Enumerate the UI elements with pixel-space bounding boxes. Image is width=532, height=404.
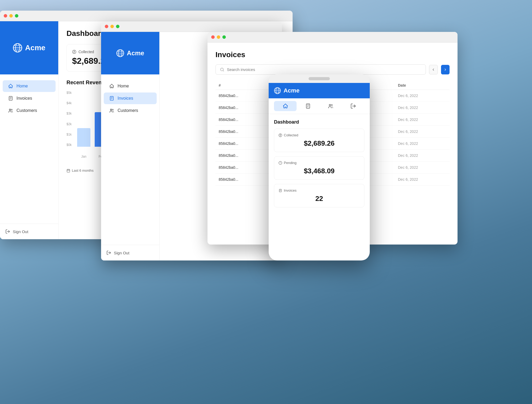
logo-1: Acme [0,21,58,74]
titlebar-3 [207,32,458,43]
maximize-dot-2[interactable] [116,25,119,28]
cell-id: 85842ba0... [215,138,269,150]
nav-1: Home Invoices Customers [0,74,58,224]
next-page-button[interactable] [441,65,450,74]
svg-point-6 [9,109,11,110]
calendar-icon [66,169,70,172]
phone-home-icon [282,103,288,109]
svg-rect-24 [306,104,310,108]
phone-invoices-card: Invoices 22 [274,184,364,207]
home-icon [8,83,13,89]
phone-pending-label: Pending [284,161,297,165]
search-bar [215,64,426,75]
maximize-dot-3[interactable] [222,35,226,39]
phone-invoices-count: 22 [279,195,360,203]
prev-page-button[interactable] [429,65,438,74]
titlebar-2 [101,21,282,32]
close-dot[interactable] [4,14,7,18]
phone-app-name: Acme [284,87,300,94]
cell-id: 85842ba0... [215,174,269,186]
cell-id: 85842ba0... [215,90,269,102]
phone-invoices-label-row: Invoices [279,188,360,192]
signout-item[interactable]: Sign Out [5,229,53,234]
file-icon-2 [109,96,114,101]
dollar-circle-icon [72,50,76,54]
phone-dashboard-title: Dashboard [274,119,364,125]
col-header-date: Date [395,81,450,90]
cell-id: 85842ba0... [215,126,269,138]
cell-id: 85842ba0... [215,150,269,162]
cell-date: Dec 6, 2022 [395,162,450,174]
phone-notch-area [269,74,370,83]
file-icon [8,96,13,101]
chart-footer-text: Last 6 months [72,169,94,172]
phone-header: Acme [269,83,370,98]
footer-2: Sign Out [101,245,159,260]
sidebar2-label-invoices: Invoices [118,96,133,101]
phone-collected-label: Collected [284,133,298,137]
phone-invoices-label: Invoices [284,188,297,192]
phone-collected-label-row: Collected [279,133,360,137]
sidebar-item-home[interactable]: Home [3,80,56,92]
svg-point-26 [331,104,332,106]
sidebar-1: Acme Home Invoices Customers [0,21,59,239]
maximize-dot[interactable] [15,14,18,18]
users-icon-2 [109,108,114,113]
globe-icon-2 [116,49,124,57]
search-icon [220,68,224,72]
users-icon [8,108,13,113]
sidebar2-item-home[interactable]: Home [104,80,157,92]
logo-text-1: Acme [25,44,45,52]
svg-rect-9 [67,169,70,172]
phone-nav-signout[interactable] [342,101,364,111]
sidebar-label-home: Home [16,84,28,89]
signout-label-2: Sign Out [114,251,129,255]
cell-date: Dec 6, 2022 [395,138,450,150]
sidebar-2: Acme Home Invoices Customers [101,32,160,260]
collected-label-text: Collected [78,50,94,54]
phone-main: Dashboard Collected $2,689.26 Pending $3… [269,114,370,260]
invoices-title: Invoices [215,50,450,59]
close-dot-3[interactable] [211,35,215,39]
cell-date: Dec 6, 2022 [395,90,450,102]
sidebar-item-invoices[interactable]: Invoices [3,92,56,104]
dollar-icon-phone [279,133,282,137]
cell-date: Dec 6, 2022 [395,150,450,162]
sidebar2-label-customers: Customers [118,108,138,113]
bar-jan [77,128,90,147]
globe-icon-phone [274,87,281,94]
sidebar2-item-invoices[interactable]: Invoices [104,92,157,104]
globe-icon [13,43,22,53]
sidebar-item-customers[interactable]: Customers [3,105,56,116]
logo-2: Acme [101,32,159,74]
search-input[interactable] [227,67,421,72]
svg-point-16 [110,109,112,110]
titlebar-1 [0,11,293,21]
svg-point-25 [329,104,331,106]
sidebar2-item-customers[interactable]: Customers [104,105,157,116]
sidebar-label-invoices: Invoices [16,96,32,101]
sidebar2-label-home: Home [118,84,129,89]
phone-file-icon [305,103,311,109]
phone-nav-customers[interactable] [319,101,342,111]
minimize-dot[interactable] [9,14,13,18]
cell-id: 85842ba0... [215,114,269,126]
phone-nav-invoices[interactable] [297,101,319,111]
svg-rect-5 [9,96,12,100]
cell-date: Dec 6, 2022 [395,114,450,126]
file-icon-phone [279,189,282,192]
phone-notch [309,77,330,80]
signout-item-2[interactable]: Sign Out [106,250,154,255]
home-icon-2 [109,83,114,89]
phone-pending-label-row: Pending [279,161,360,165]
minimize-dot-3[interactable] [217,35,220,39]
cell-date: Dec 6, 2022 [395,126,450,138]
clock-icon-phone [279,161,282,165]
chart-y-labels: $5k $4k $3k $2k $1k $0k [66,91,72,147]
col-header-id: # [215,81,269,90]
minimize-dot-2[interactable] [110,25,114,28]
phone-window: Acme Dashboard Collected $2,689.26 Pen [269,74,370,260]
phone-nav-home[interactable] [274,101,297,111]
close-dot-2[interactable] [105,25,108,28]
phone-collected-value: $2,689.26 [279,139,360,148]
